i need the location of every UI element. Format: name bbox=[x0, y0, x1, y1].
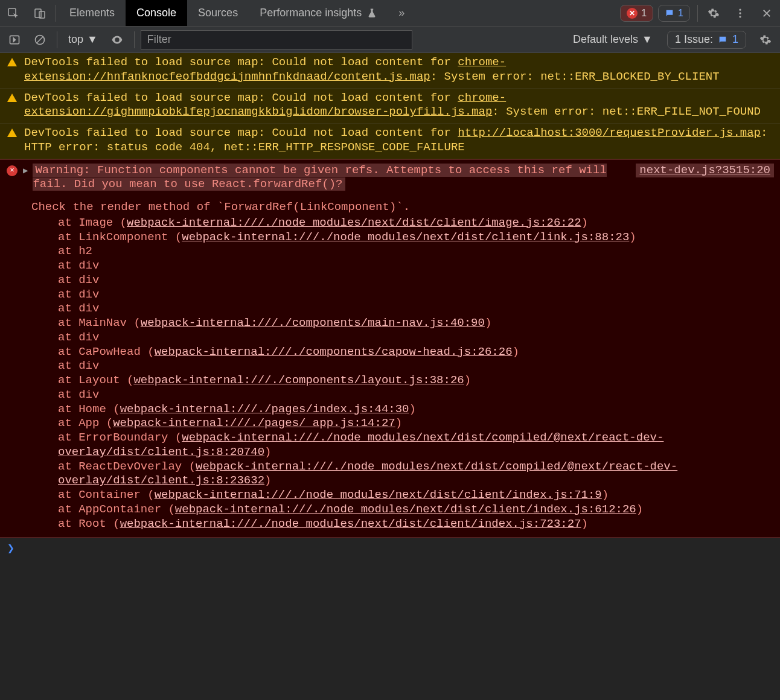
stack-frame: at div bbox=[31, 259, 774, 273]
stack-frame-link[interactable]: webpack-internal:///./components/layout.… bbox=[133, 374, 464, 387]
tab-console[interactable]: Console bbox=[126, 0, 187, 26]
stack-frame: at div bbox=[31, 359, 774, 374]
stack-frame-link[interactable]: webpack-internal:///./pages/_app.js:14:2… bbox=[113, 416, 395, 430]
stack-frame: at Root (webpack-internal:///./node_modu… bbox=[31, 517, 774, 532]
console-settings-icon[interactable] bbox=[755, 29, 776, 51]
stack-frame-link[interactable]: webpack-internal:///./node_modules/next/… bbox=[58, 460, 677, 488]
console-warning-entry[interactable]: DevTools failed to load source map: Coul… bbox=[0, 89, 780, 124]
clear-console-icon[interactable] bbox=[29, 29, 51, 51]
stack-frame-link[interactable]: webpack-internal:///./node_modules/next/… bbox=[182, 231, 629, 244]
tab-elements[interactable]: Elements bbox=[59, 0, 126, 26]
tab-performance-insights[interactable]: Performance insights bbox=[249, 0, 388, 26]
stack-frame: at ErrorBoundary (webpack-internal:///./… bbox=[31, 431, 774, 460]
stack-frame: at div bbox=[31, 302, 774, 316]
error-message-headline: Warning: Function components cannot be g… bbox=[33, 164, 606, 191]
issue-icon bbox=[665, 8, 674, 18]
stack-frame-link[interactable]: webpack-internal:///./node_modules/next/… bbox=[120, 517, 581, 530]
source-map-link[interactable]: http://localhost:3000/requestProvider.js… bbox=[458, 126, 761, 139]
device-toggle-icon[interactable] bbox=[29, 2, 51, 24]
svg-rect-1 bbox=[35, 9, 41, 18]
issue-icon bbox=[718, 35, 727, 45]
stack-frame: at App (webpack-internal:///./pages/_app… bbox=[31, 416, 774, 431]
stack-frame: at div bbox=[31, 331, 774, 345]
svg-point-3 bbox=[739, 8, 741, 10]
warning-text: DevTools failed to load source map: Coul… bbox=[24, 126, 774, 155]
stack-frame: at AppContainer (webpack-internal:///./n… bbox=[31, 503, 774, 517]
tab-sources[interactable]: Sources bbox=[187, 0, 249, 26]
live-expression-icon[interactable] bbox=[106, 29, 128, 51]
inspect-icon[interactable] bbox=[2, 2, 24, 24]
tabs-overflow-icon[interactable]: » bbox=[391, 2, 412, 24]
console-prompt[interactable]: ❯ bbox=[0, 538, 780, 560]
error-count-badge[interactable]: ✕ 1 bbox=[620, 5, 653, 22]
settings-icon[interactable] bbox=[703, 2, 724, 24]
warning-icon bbox=[7, 94, 17, 102]
source-map-link[interactable]: chrome-extension://hnfanknocfeofbddgcijn… bbox=[24, 56, 506, 83]
warning-icon bbox=[7, 58, 17, 66]
stack-frame: at Layout (webpack-internal:///./compone… bbox=[31, 374, 774, 388]
separator bbox=[697, 5, 698, 22]
stack-frame: at div bbox=[31, 288, 774, 302]
console-warning-entry[interactable]: DevTools failed to load source map: Coul… bbox=[0, 124, 780, 159]
issue-count-badge[interactable]: 1 bbox=[658, 5, 690, 22]
source-map-link[interactable]: chrome-extension://gighmmpiobklfepjocnam… bbox=[24, 91, 506, 119]
stack-frame: at Home (webpack-internal:///./pages/ind… bbox=[31, 402, 774, 417]
stack-frame: at ReactDevOverlay (webpack-internal:///… bbox=[31, 460, 774, 489]
stack-frame-link[interactable]: webpack-internal:///./pages/index.js:44:… bbox=[120, 402, 409, 416]
flask-icon bbox=[366, 8, 377, 19]
console-message-list: DevTools failed to load source map: Coul… bbox=[0, 53, 780, 700]
warning-text: DevTools failed to load source map: Coul… bbox=[24, 56, 774, 84]
stack-frame-link[interactable]: webpack-internal:///./node_modules/next/… bbox=[127, 216, 581, 229]
error-icon: ✕ bbox=[7, 165, 18, 176]
log-levels-select[interactable]: Default levels ▼ bbox=[567, 33, 659, 46]
error-check-line: Check the render method of `ForwardRef(L… bbox=[31, 200, 774, 215]
console-error-entry[interactable]: ✕ ▶ Warning: Function components cannot … bbox=[0, 159, 780, 538]
error-source-link[interactable]: next-dev.js?3515:20 bbox=[636, 164, 774, 178]
stack-frame: at div bbox=[31, 273, 774, 288]
close-icon[interactable] bbox=[756, 2, 778, 24]
more-icon[interactable] bbox=[729, 2, 751, 24]
stack-frame: at div bbox=[31, 388, 774, 402]
separator bbox=[56, 5, 56, 22]
execution-context-select[interactable]: top ▼ bbox=[63, 33, 103, 46]
stack-frame: at h2 bbox=[31, 244, 774, 259]
separator bbox=[57, 31, 57, 48]
stack-frame-link[interactable]: webpack-internal:///./node_modules/next/… bbox=[58, 431, 663, 459]
error-stack-trace: Check the render method of `ForwardRef(L… bbox=[6, 200, 774, 531]
stack-frame: at CaPowHead (webpack-internal:///./comp… bbox=[31, 345, 774, 360]
error-icon: ✕ bbox=[627, 8, 638, 19]
svg-point-5 bbox=[739, 16, 741, 18]
chevron-down-icon: ▼ bbox=[87, 33, 98, 46]
stack-frame: at MainNav (webpack-internal:///./compon… bbox=[31, 316, 774, 331]
separator bbox=[134, 31, 135, 48]
warning-text: DevTools failed to load source map: Coul… bbox=[24, 91, 774, 120]
chevron-down-icon: ▼ bbox=[642, 33, 653, 46]
issues-pill[interactable]: 1 Issue: 1 bbox=[667, 31, 746, 49]
stack-frame: at Image (webpack-internal:///./node_mod… bbox=[31, 216, 774, 231]
stack-frame: at Container (webpack-internal:///./node… bbox=[31, 488, 774, 503]
warning-icon bbox=[7, 129, 17, 137]
console-toolbar: top ▼ Default levels ▼ 1 Issue: 1 bbox=[0, 27, 780, 53]
filter-input[interactable] bbox=[141, 30, 412, 49]
stack-frame: at LinkComponent (webpack-internal:///./… bbox=[31, 231, 774, 245]
devtools-tabstrip: Elements Console Sources Performance ins… bbox=[0, 0, 780, 27]
stack-frame-link[interactable]: webpack-internal:///./node_modules/next/… bbox=[155, 488, 602, 501]
expand-arrow-icon[interactable]: ▶ bbox=[23, 166, 28, 177]
stack-frame-link[interactable]: webpack-internal:///./node_modules/next/… bbox=[175, 503, 636, 516]
stack-frame-link[interactable]: webpack-internal:///./components/main-na… bbox=[141, 316, 485, 329]
sidebar-toggle-icon[interactable] bbox=[4, 29, 25, 51]
svg-point-4 bbox=[739, 12, 741, 14]
console-warning-entry[interactable]: DevTools failed to load source map: Coul… bbox=[0, 53, 780, 89]
stack-frame-link[interactable]: webpack-internal:///./components/capow-h… bbox=[155, 345, 513, 358]
